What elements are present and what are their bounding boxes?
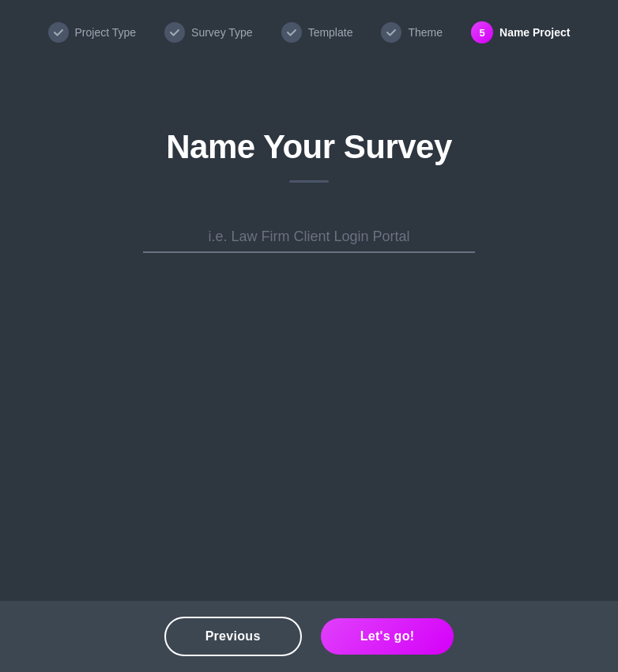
step-name-project-label: Name Project (499, 26, 570, 39)
step-complete-icon (281, 22, 302, 43)
step-complete-icon (48, 22, 69, 43)
survey-name-input[interactable] (143, 222, 475, 253)
step-template-label: Template (308, 26, 353, 39)
previous-button[interactable]: Previous (164, 617, 302, 656)
step-project-type-label: Project Type (75, 26, 137, 39)
step-theme[interactable]: Theme (367, 22, 457, 43)
step-name-project[interactable]: 5 Name Project (457, 21, 584, 43)
step-project-type[interactable]: Project Type (34, 22, 151, 43)
footer: Previous Let's go! (0, 601, 618, 672)
step-template[interactable]: Template (267, 22, 367, 43)
page-title: Name Your Survey (166, 128, 452, 166)
letsgo-button[interactable]: Let's go! (321, 618, 454, 655)
step-theme-label: Theme (408, 26, 443, 39)
title-divider (289, 180, 329, 183)
stepper: Project Type Survey Type Template Theme … (0, 0, 618, 65)
step-survey-type-label: Survey Type (191, 26, 253, 39)
step-complete-icon (164, 22, 185, 43)
step-active-number: 5 (471, 21, 493, 43)
main-content: Name Your Survey (0, 65, 618, 601)
step-survey-type[interactable]: Survey Type (150, 22, 267, 43)
step-complete-icon (381, 22, 401, 43)
